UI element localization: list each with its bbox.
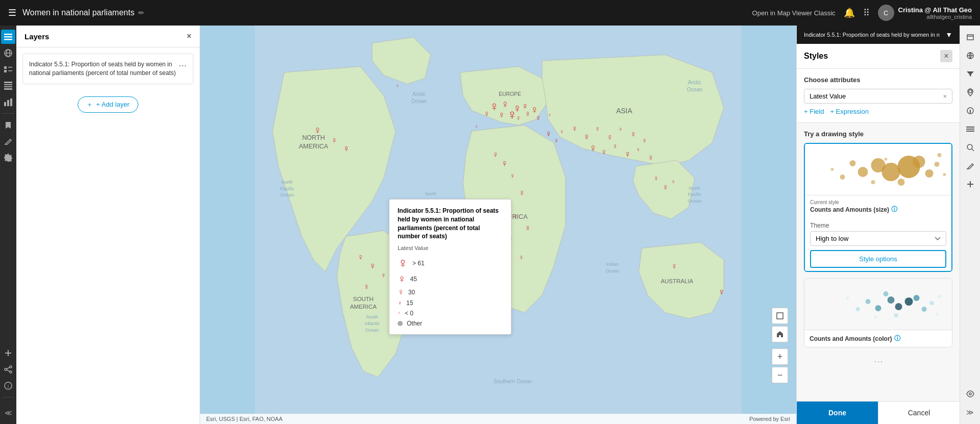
right-rail-filter-icon[interactable] — [963, 66, 978, 82]
svg-rect-6 — [4, 66, 7, 69]
style-card-size[interactable]: Current style Counts and Amounts (size) … — [804, 143, 952, 272]
attribute-remove-icon[interactable]: × — [943, 92, 947, 100]
svg-text:♀: ♀ — [331, 135, 337, 144]
add-expression-button[interactable]: + Expression — [830, 108, 869, 115]
info-rail-icon[interactable]: i — [1, 379, 15, 393]
svg-text:♀: ♀ — [369, 260, 376, 271]
svg-text:♀: ♀ — [525, 109, 531, 118]
svg-text:♀: ♀ — [601, 147, 607, 156]
layer-item[interactable]: Indicator 5.5.1: Proportion of seats hel… — [22, 54, 193, 84]
svg-rect-1 — [4, 36, 12, 38]
right-rail-list-icon[interactable] — [963, 121, 978, 137]
collapse-left-rail-icon[interactable]: ≪ — [1, 406, 15, 420]
style-card-color-footer: Counts and Amounts (color) ⓘ — [804, 330, 952, 347]
svg-text:♀: ♀ — [535, 113, 541, 122]
more-styles-button[interactable]: ⋯ — [804, 354, 952, 369]
right-rail-add-icon[interactable] — [963, 177, 978, 192]
svg-text:Ocean: Ocean — [687, 87, 703, 92]
style-options-button[interactable]: Style options — [810, 250, 946, 268]
style-card-color[interactable]: Counts and Amounts (color) ⓘ — [804, 278, 952, 347]
edit-title-icon[interactable]: ✏ — [138, 9, 144, 17]
zoom-out-icon[interactable]: − — [772, 367, 788, 383]
add-field-button[interactable]: + Field — [804, 108, 824, 115]
avatar: C — [878, 5, 894, 21]
right-rail-eye-icon[interactable] — [963, 386, 978, 402]
svg-point-112 — [935, 162, 940, 167]
svg-point-117 — [943, 173, 946, 176]
svg-rect-10 — [4, 82, 12, 83]
title-text: Women in national parliaments — [22, 8, 134, 17]
zoom-in-icon[interactable]: + — [772, 348, 788, 365]
svg-point-21 — [10, 371, 12, 373]
layers-rail-icon[interactable] — [1, 30, 15, 44]
layers-panel-close-icon[interactable]: × — [187, 32, 191, 41]
sketch-rail-icon[interactable] — [1, 134, 15, 148]
attribute-chip[interactable]: Latest Value × — [804, 89, 952, 104]
svg-rect-142 — [966, 131, 974, 132]
menu-icon[interactable]: ☰ — [8, 7, 16, 18]
right-rail-edit-icon[interactable] — [963, 158, 978, 173]
svg-text:Ocean: Ocean — [280, 192, 294, 197]
bookmark-rail-icon[interactable] — [1, 118, 15, 132]
map-area[interactable]: NORTH AMERICA SOUTH AMERICA EUROPE AFRIC… — [200, 26, 796, 424]
svg-point-143 — [967, 144, 972, 149]
svg-text:Southern Ocean: Southern Ocean — [494, 379, 532, 384]
charts-rail-icon[interactable] — [1, 95, 15, 109]
share-rail-icon[interactable] — [1, 362, 15, 377]
right-rail-layer-icon[interactable] — [963, 30, 978, 45]
fullscreen-map-icon[interactable] — [772, 308, 788, 324]
svg-text:Ocean: Ocean — [365, 328, 379, 333]
svg-text:♀: ♀ — [648, 153, 654, 162]
tooltip-title: Indicator 5.5.1: Proportion of seats hel… — [398, 207, 503, 241]
legend-symbol-2: ♀ — [398, 273, 406, 285]
add-layer-button[interactable]: ＋ + Add layer — [78, 96, 138, 113]
settings-rail-icon[interactable] — [1, 151, 15, 165]
right-rail-map-icon[interactable] — [963, 48, 978, 63]
svg-rect-18 — [5, 353, 11, 354]
svg-text:♀: ♀ — [718, 286, 725, 297]
right-rail-search-icon[interactable] — [963, 140, 978, 155]
open-classic-link[interactable]: Open in Map Viewer Classic — [752, 9, 836, 17]
style2-info-icon[interactable]: ⓘ — [894, 334, 900, 343]
styles-panel-title: Styles — [804, 52, 828, 61]
user-area[interactable]: C Cristina @ All That Geo allthatgeo_cri… — [878, 5, 972, 21]
home-map-icon[interactable] — [772, 326, 788, 342]
svg-rect-0 — [4, 34, 12, 35]
notification-icon[interactable]: 🔔 — [844, 7, 855, 18]
svg-text:AUSTRALIA: AUSTRALIA — [660, 278, 693, 284]
styles-header-chevron[interactable]: ▼ — [945, 31, 952, 39]
svg-text:North: North — [689, 186, 700, 191]
theme-select[interactable]: High to low — [810, 231, 946, 246]
theme-section: Theme High to low Style options — [805, 218, 951, 271]
styles-panel-close-button[interactable]: × — [940, 50, 952, 62]
right-rail-location-icon[interactable] — [963, 85, 978, 100]
svg-point-126 — [866, 299, 871, 304]
svg-point-137 — [969, 90, 972, 93]
svg-text:Pacific: Pacific — [688, 192, 701, 197]
right-rail-info-icon[interactable]: i — [963, 103, 978, 118]
done-button[interactable]: Done — [797, 402, 878, 424]
page-title: Women in national parliaments ✏ — [22, 8, 746, 17]
style1-info-icon[interactable]: ⓘ — [891, 205, 897, 214]
cancel-button[interactable]: Cancel — [878, 402, 960, 424]
svg-text:♀: ♀ — [589, 142, 597, 154]
svg-point-121 — [888, 296, 895, 304]
style-card-size-footer: Current style Counts and Amounts (size) … — [805, 195, 951, 218]
svg-point-132 — [874, 315, 877, 318]
layer-more-icon[interactable]: ⋯ — [179, 60, 187, 71]
apps-grid-icon[interactable]: ⠿ — [863, 7, 870, 18]
svg-text:♀: ♀ — [595, 125, 600, 133]
legend-rail-icon[interactable] — [1, 62, 15, 77]
styles-panel-header[interactable]: Indicator 5.5.1: Proportion of seats hel… — [797, 26, 960, 44]
tables-rail-icon[interactable] — [1, 79, 15, 93]
map-tooltip: Indicator 5.5.1: Proportion of seats hel… — [389, 199, 511, 335]
basemap-rail-icon[interactable] — [1, 46, 15, 60]
style-card-color-preview — [804, 279, 952, 330]
legend-label-5: < 0 — [405, 310, 413, 317]
svg-rect-134 — [967, 35, 973, 40]
svg-rect-11 — [4, 84, 12, 85]
svg-text:♀: ♀ — [663, 182, 669, 191]
add-data-rail-icon[interactable] — [1, 346, 15, 360]
collapse-right-rail-icon[interactable]: ≫ — [963, 405, 978, 420]
svg-point-119 — [905, 297, 913, 306]
